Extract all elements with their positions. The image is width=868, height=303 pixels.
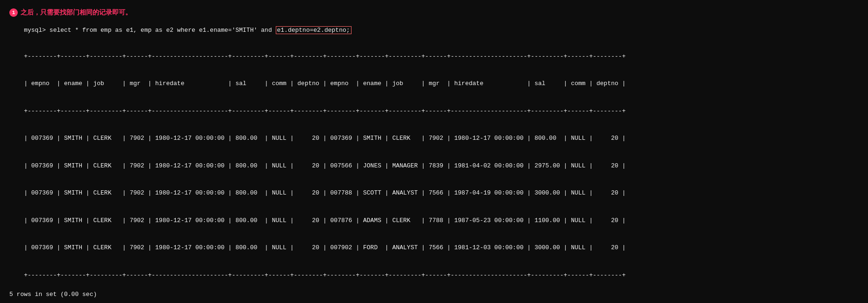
table-row-1-5: | 007369 | SMITH | CLERK | 7902 | 1980-1… <box>9 234 859 262</box>
annotation-1: 1 之后，只需要找部门相同的记录即可。 <box>9 8 859 17</box>
sql-query-1: mysql> select * from emp as e1, emp as e… <box>9 20 859 41</box>
table-row-1-4: | 007369 | SMITH | CLERK | 7902 | 1980-1… <box>9 207 859 234</box>
table-header-1: | empno | ename | job | mgr | hiredate |… <box>9 70 859 98</box>
table-sep-3: +--------+-------+---------+------+-----… <box>9 261 859 289</box>
section-1: 1 之后，只需要找部门相同的记录即可。 mysql> select * from… <box>9 8 859 298</box>
table-row-1-1: | 007369 | SMITH | CLERK | 7902 | 1980-1… <box>9 125 859 152</box>
sql-highlight-1: e1.deptno=e2.deptno; <box>276 26 352 34</box>
annotation-text-1: 之后，只需要找部门相同的记录即可。 <box>21 8 132 17</box>
table-row-1-3: | 007369 | SMITH | CLERK | 7902 | 1980-1… <box>9 180 859 207</box>
result-summary-1: 5 rows in set (0.00 sec) <box>9 291 859 298</box>
badge-1: 1 <box>9 8 18 17</box>
table-sep-2: +--------+-------+---------+------+-----… <box>9 97 859 125</box>
table-1: +--------+-------+---------+------+-----… <box>9 43 859 70</box>
table-row-1-2: | 007369 | SMITH | CLERK | 7902 | 1980-1… <box>9 152 859 180</box>
